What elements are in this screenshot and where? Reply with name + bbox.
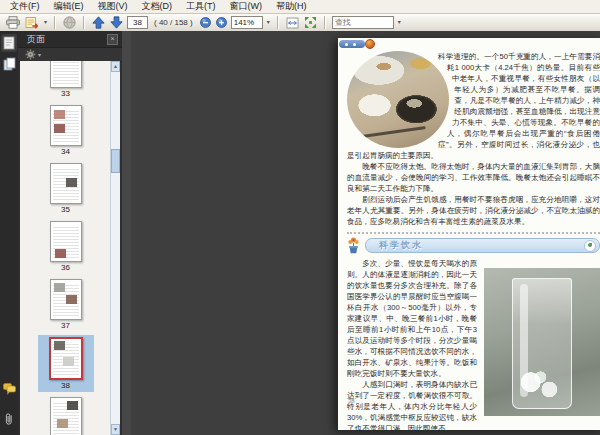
comments-panel-tab[interactable] bbox=[1, 380, 17, 398]
section-title: 科学饮水 bbox=[379, 240, 423, 251]
toolbar-separator bbox=[324, 16, 326, 29]
section-badge-icon bbox=[584, 240, 596, 252]
ornament-pill bbox=[339, 40, 365, 48]
thumbnail-item[interactable]: 36 bbox=[39, 219, 93, 274]
book-page-number: 38 bbox=[348, 398, 355, 404]
thumbnail-image[interactable] bbox=[49, 337, 83, 380]
thumbnail-page-number: 36 bbox=[61, 263, 70, 272]
menu-item[interactable]: 窗口(W) bbox=[223, 0, 270, 13]
print-icon[interactable] bbox=[5, 15, 21, 30]
toolbar: ▾ ( 40 / 158 ) ▾ ▾ bbox=[0, 14, 600, 32]
email-export-dropdown-icon[interactable]: ▾ bbox=[43, 15, 48, 30]
thumbnail-list: 33 34 35 36 37 38 39 bbox=[20, 61, 111, 435]
panel-splitter[interactable] bbox=[122, 31, 131, 435]
next-page-icon[interactable] bbox=[109, 15, 124, 30]
page-text-block: 科学道理的。一个50千克重的人，一上午需要消耗1 000大卡（4.24千焦）的热… bbox=[347, 51, 600, 434]
menu-item[interactable]: 工具(T) bbox=[179, 0, 223, 13]
fit-page-icon[interactable] bbox=[303, 15, 318, 30]
thumbnail-page-number: 37 bbox=[61, 321, 70, 330]
thumbnail-page-number: 33 bbox=[61, 89, 70, 98]
thumbnail-item[interactable]: 39 bbox=[39, 395, 93, 435]
bottom-panel-tabs bbox=[0, 377, 18, 430]
flower-pot-icon bbox=[347, 237, 360, 254]
page-header-ornament bbox=[339, 39, 375, 49]
thumbnail-image[interactable] bbox=[50, 105, 82, 146]
thumbnail-image[interactable] bbox=[50, 61, 82, 88]
menu-item[interactable]: 帮助(H) bbox=[269, 0, 314, 13]
section-title-band: 科学饮水 bbox=[365, 238, 600, 253]
layers-panel-tab[interactable] bbox=[1, 55, 17, 73]
breakfast-photo bbox=[347, 51, 449, 148]
ornament-dot bbox=[345, 43, 348, 46]
thumbnail-list-area: 33 34 35 36 37 38 39 bbox=[20, 61, 111, 435]
fit-width-icon[interactable] bbox=[285, 15, 300, 30]
scrollbar-thumb[interactable] bbox=[111, 149, 120, 173]
paragraph-exercise: 剧烈运动后会产生饥饿感，用餐时不要狼吞虎咽，应充分地咀嚼，这对老年人尤其重要。另… bbox=[347, 194, 600, 227]
thumbnail-image[interactable] bbox=[50, 397, 82, 435]
thumbnail-item[interactable]: 37 bbox=[39, 277, 93, 332]
menu-item[interactable]: 视图(V) bbox=[91, 0, 135, 13]
options-gear-icon[interactable] bbox=[25, 49, 36, 60]
thumbnail-item[interactable]: 34 bbox=[39, 103, 93, 158]
email-export-icon[interactable] bbox=[24, 15, 40, 30]
zoom-level-input[interactable] bbox=[231, 16, 263, 29]
pages-panel-header: 页面 × bbox=[18, 31, 122, 48]
zoom-in-icon[interactable] bbox=[215, 15, 228, 30]
thumbnail-image[interactable] bbox=[50, 221, 82, 262]
attachments-panel-tab[interactable] bbox=[1, 410, 17, 428]
water-glass-photo bbox=[484, 258, 600, 416]
thumbnail-page-number: 34 bbox=[61, 147, 70, 156]
ornament-ball-icon bbox=[365, 39, 375, 49]
toolbar-separator bbox=[277, 16, 279, 29]
thumbnail-item[interactable]: 35 bbox=[39, 161, 93, 216]
scroll-down-icon[interactable]: ▼ bbox=[111, 424, 120, 435]
paragraph-dinner: 晚餐不应吃得太饱。吃得太饱时，身体内大量的血液汇集到胃部，大脑的血流量减少，会使… bbox=[347, 161, 600, 194]
find-input[interactable] bbox=[332, 16, 394, 29]
menu-bar: 文件(F)编辑(E)视图(V)文档(D)工具(T)窗口(W)帮助(H) bbox=[0, 0, 600, 14]
pdf-reader-window: 文件(F)编辑(E)视图(V)文档(D)工具(T)窗口(W)帮助(H) ▾ ( … bbox=[0, 0, 600, 435]
navigation-tab-strip bbox=[0, 31, 19, 435]
thumbnail-image[interactable] bbox=[50, 279, 82, 320]
zoom-out-icon[interactable] bbox=[199, 15, 212, 30]
options-dropdown-icon[interactable]: ▾ bbox=[38, 51, 41, 58]
pages-panel-title: 页面 bbox=[27, 33, 107, 46]
zoom-dropdown-icon[interactable]: ▾ bbox=[266, 15, 271, 30]
page-count-label: ( 40 / 158 ) bbox=[151, 18, 196, 27]
ornament-dot bbox=[353, 43, 356, 46]
dotted-divider bbox=[347, 232, 600, 234]
book-page: 科学道理的。一个50千克重的人，一上午需要消耗1 000大卡（4.24千焦）的热… bbox=[338, 38, 600, 430]
toolbar-separator bbox=[83, 16, 85, 29]
scroll-up-icon[interactable]: ▲ bbox=[111, 61, 120, 72]
previous-page-icon[interactable] bbox=[91, 15, 106, 30]
thumbnail-page-number: 38 bbox=[61, 381, 70, 390]
toolbar-separator bbox=[54, 16, 56, 29]
pages-panel-options: ▾ bbox=[18, 48, 122, 62]
panel-scrollbar[interactable]: ▲ ▼ bbox=[110, 61, 120, 435]
menu-item[interactable]: 编辑(E) bbox=[47, 0, 91, 13]
section-header: 科学饮水 bbox=[347, 237, 600, 254]
find-dropdown-icon[interactable]: ▾ bbox=[397, 15, 402, 30]
menu-item[interactable]: 文件(F) bbox=[3, 0, 47, 13]
glass-of-water bbox=[512, 278, 572, 408]
pages-panel: 页面 × ▾ 33 34 35 36 bbox=[18, 31, 122, 435]
thumbnail-item[interactable]: 38 bbox=[38, 335, 94, 392]
panel-close-button[interactable]: × bbox=[107, 34, 118, 45]
thumbnail-page-number: 35 bbox=[61, 205, 70, 214]
thumbnail-image[interactable] bbox=[50, 163, 82, 204]
page-number-input[interactable] bbox=[127, 16, 148, 29]
send-disabled-icon bbox=[62, 15, 77, 30]
thumbnail-item[interactable]: 33 bbox=[39, 61, 93, 100]
pages-panel-tab[interactable] bbox=[1, 34, 17, 52]
document-view-area: 科学道理的。一个50千克重的人，一上午需要消耗1 000大卡（4.24千焦）的热… bbox=[131, 31, 600, 435]
section-body: 多次、少量、慢饮是每天喝水的原则。人的体液是逐渐消耗的，因此一天的饮水量也要分多… bbox=[347, 258, 600, 434]
menu-item[interactable]: 文档(D) bbox=[135, 0, 180, 13]
